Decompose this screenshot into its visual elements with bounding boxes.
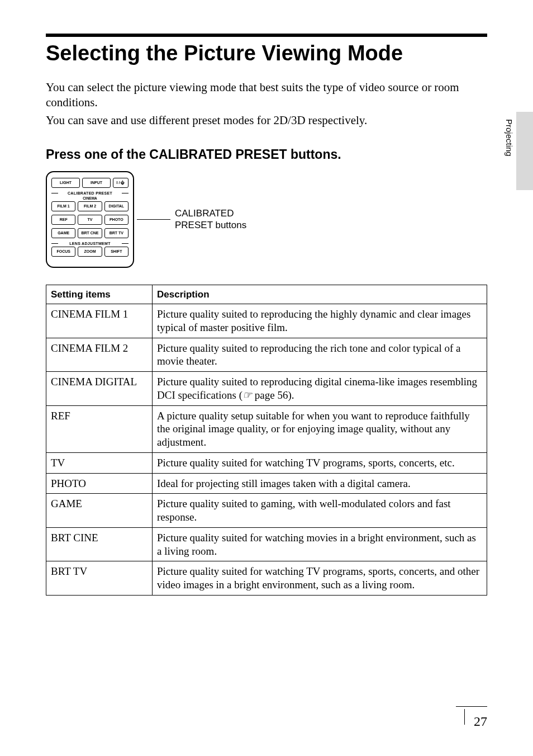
side-tab [516,112,533,190]
callout-line1: CALIBRATED [175,208,234,219]
table-cell-item: TV [46,452,153,473]
side-tab-label: Projecting [505,119,514,157]
table-cell-item: REF [46,405,153,452]
table-row: PHOTO Ideal for projecting still images … [46,473,487,494]
remote-button-digital: DIGITAL [104,201,129,211]
table-cell-item: BRT TV [46,561,153,596]
table-row: BRT CINE Picture quality suited for watc… [46,527,487,561]
remote-group-label-calibrated: CALIBRATED PRESET [51,191,129,195]
remote-button-brtcne: BRT CNE [78,228,102,238]
page-title: Selecting the Picture Viewing Mode [46,41,487,65]
header-rule [46,34,487,37]
page-ref-icon: ☞ [242,389,252,402]
table-cell-desc: Picture quality suited to gaming, with w… [153,494,487,528]
table-row: REF A picture quality setup suitable for… [46,405,487,452]
instruction-heading: Press one of the CALIBRATED PRESET butto… [46,147,487,162]
page-number-tick [464,709,465,725]
table-cell-item: PHOTO [46,473,153,494]
remote-button-power: I / ⏻ [113,178,129,188]
table-cell-desc: Picture quality suited for watching movi… [153,527,487,561]
settings-table: Setting items Description CINEMA FILM 1 … [46,285,487,596]
page-number: 27 [474,714,487,729]
callout-leader-line [137,219,170,220]
table-cell-item: CINEMA FILM 2 [46,338,153,372]
page-number-rule [456,706,487,707]
remote-button-game: GAME [51,228,75,238]
table-cell-desc: Picture quality suited for watching TV p… [153,561,487,596]
table-header-items: Setting items [46,285,153,304]
intro-paragraph-2: You can save and use different preset mo… [46,113,487,128]
table-cell-item: GAME [46,494,153,528]
intro-paragraph-1: You can select the picture viewing mode … [46,80,487,111]
remote-button-focus: FOCUS [51,247,75,257]
table-cell-desc-pre: Picture quality suited to reproducing di… [157,376,477,401]
table-row: CINEMA FILM 2 Picture quality suited to … [46,338,487,372]
remote-button-film1: FILM 1 [51,201,75,211]
table-row: CINEMA DIGITAL Picture quality suited to… [46,372,487,406]
table-cell-desc: Ideal for projecting still images taken … [153,473,487,494]
remote-button-shift: SHIFT [104,247,129,257]
table-row: TV Picture quality suited for watching T… [46,452,487,473]
remote-group-label-lens: LENS ADJUSTMEMT [51,242,129,245]
callout-text: CALIBRATED PRESET buttons [175,207,246,231]
remote-button-input: INPUT [82,178,111,188]
remote-button-light: LIGHT [51,178,80,188]
table-row: CINEMA FILM 1 Picture quality suited to … [46,304,487,338]
table-cell-desc: Picture quality suited for watching TV p… [153,452,487,473]
remote-button-photo: PHOTO [104,215,129,225]
table-row: GAME Picture quality suited to gaming, w… [46,494,487,528]
table-cell-desc: Picture quality suited to reproducing th… [153,304,487,338]
remote-button-brttv: BRT TV [104,228,129,238]
remote-group-label-cinema: CINEMA [51,196,129,200]
remote-button-film2: FILM 2 [78,201,102,211]
table-cell-desc: A picture quality setup suitable for whe… [153,405,487,452]
table-cell-item: CINEMA FILM 1 [46,304,153,338]
table-cell-desc: Picture quality suited to reproducing th… [153,338,487,372]
table-header-description: Description [153,285,487,304]
table-cell-desc: Picture quality suited to reproducing di… [153,372,487,406]
table-cell-item: BRT CINE [46,527,153,561]
remote-control-illustration: LIGHT INPUT I / ⏻ CALIBRATED PRESET CINE… [46,171,134,268]
table-cell-item: CINEMA DIGITAL [46,372,153,406]
remote-button-zoom: ZOOM [78,247,102,257]
remote-illustration-block: LIGHT INPUT I / ⏻ CALIBRATED PRESET CINE… [46,171,487,268]
callout-line2: PRESET buttons [175,220,246,230]
remote-button-ref: REF [51,215,75,225]
callout: CALIBRATED PRESET buttons [142,207,246,231]
remote-button-tv: TV [78,215,102,225]
page-ref-text: page 56). [252,389,294,401]
table-row: BRT TV Picture quality suited for watchi… [46,561,487,596]
